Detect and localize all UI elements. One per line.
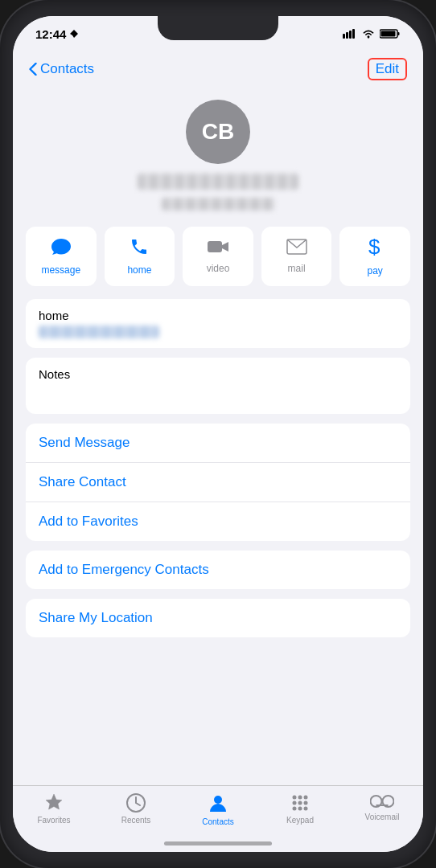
pay-button[interactable]: $ pay [339,227,410,286]
chat-bubble-icon [51,237,72,256]
status-time: 12:44 [35,27,79,41]
contact-name [138,174,298,190]
contact-header: CB [13,87,423,227]
call-button[interactable]: home [105,227,175,286]
svg-point-17 [293,801,297,805]
svg-point-14 [293,796,297,800]
message-icon [51,237,72,261]
send-message-item[interactable]: Send Message [26,424,410,463]
svg-rect-8 [208,241,222,252]
svg-point-16 [304,796,308,800]
phone-number [39,326,159,338]
svg-rect-7 [381,31,396,37]
phone-info-row: home [26,299,410,348]
add-emergency-item[interactable]: Add to Emergency Contacts [26,551,410,589]
mail-label: mail [288,263,306,274]
tab-contacts[interactable]: Contacts [177,792,259,826]
video-camera-icon [207,239,229,255]
mail-icon [286,239,307,260]
action-group-3: Share My Location [26,599,410,637]
envelope-icon [286,239,307,255]
svg-rect-6 [398,32,400,35]
notes-label: Notes [39,367,397,381]
clock-icon [125,792,146,813]
wifi-icon [362,29,375,39]
status-icons [343,29,401,39]
favorites-tab-label: Favorites [37,816,70,825]
action-buttons-row: message home [13,227,423,299]
share-location-item[interactable]: Share My Location [26,599,410,637]
phone-frame: 12:44 [0,0,436,868]
back-button[interactable]: Contacts [29,61,94,77]
svg-rect-1 [346,32,348,39]
svg-point-20 [293,807,297,811]
signal-icon [343,29,357,39]
keypad-tab-label: Keypad [286,816,314,825]
tab-keypad[interactable]: Keypad [259,792,341,825]
message-label: message [41,264,80,276]
dollar-sign-icon: $ [367,236,383,257]
svg-rect-2 [349,31,352,39]
svg-rect-25 [376,805,389,806]
add-to-favorites-item[interactable]: Add to Favorites [26,502,410,541]
notch [158,16,278,40]
tab-recents[interactable]: Recents [95,792,177,825]
svg-point-22 [304,807,308,811]
phone-type-label: home [39,309,397,322]
mail-button[interactable]: mail [261,227,332,286]
notes-card: Notes [26,358,410,414]
phone-handset-icon [130,237,149,256]
keypad-icon [290,792,311,813]
contacts-person-icon [207,792,229,815]
scroll-content: CB message [13,87,423,785]
svg-text:$: $ [368,236,380,257]
notes-row: Notes [26,358,410,414]
pay-label: pay [367,265,382,276]
svg-rect-0 [343,34,345,39]
svg-point-15 [298,796,302,800]
share-contact-item[interactable]: Share Contact [26,463,410,502]
action-group-1: Send Message Share Contact Add to Favori… [26,424,410,541]
location-arrow-icon [69,29,79,39]
video-button[interactable]: video [183,227,253,286]
contacts-tab-label: Contacts [202,817,233,826]
voicemail-icon [370,792,394,810]
home-label: home [127,264,151,276]
message-button[interactable]: message [26,227,97,286]
phone-icon [130,237,149,261]
back-arrow-icon [29,63,37,76]
edit-button[interactable]: Edit [368,58,407,80]
avatar: CB [186,100,250,164]
phone-info-card: home [26,299,410,348]
contact-subtitle [162,198,274,211]
recents-tab-label: Recents [121,816,151,825]
video-label: video [207,263,230,274]
tab-voicemail[interactable]: Voicemail [341,792,423,821]
phone-screen: 12:44 [13,16,423,852]
action-group-2: Add to Emergency Contacts [26,551,410,589]
svg-point-12 [214,796,222,804]
pay-icon: $ [367,236,383,262]
tab-favorites[interactable]: Favorites [13,792,95,825]
home-indicator [164,841,272,845]
video-icon [207,239,229,260]
battery-icon [380,29,401,39]
svg-point-21 [298,807,302,811]
svg-point-18 [298,801,302,805]
nav-bar: Contacts Edit [13,51,423,87]
svg-point-19 [304,801,308,805]
svg-rect-3 [352,29,355,39]
svg-point-4 [368,36,369,38]
star-icon [43,792,65,813]
voicemail-tab-label: Voicemail [365,813,400,821]
